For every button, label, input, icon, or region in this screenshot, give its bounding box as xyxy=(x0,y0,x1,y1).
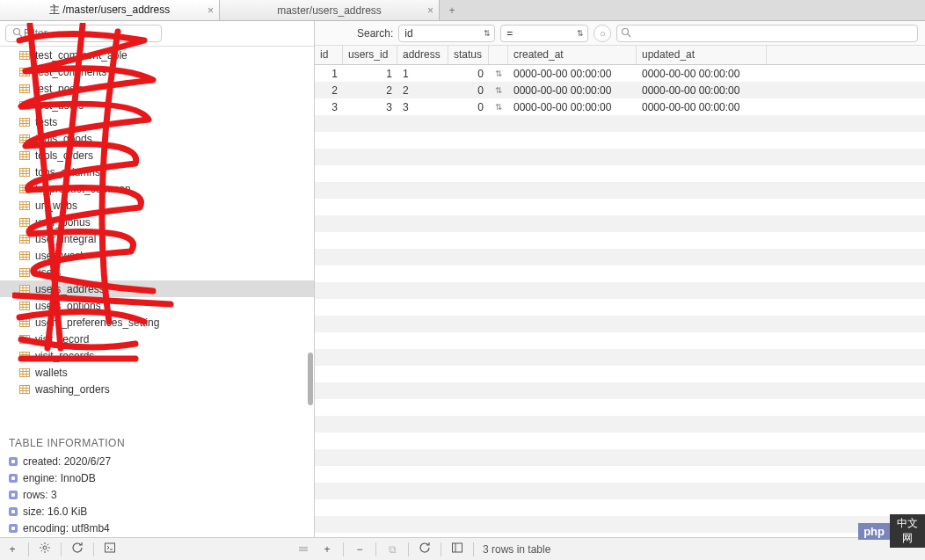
remove-icon[interactable]: − xyxy=(353,543,367,556)
resize-handle-icon[interactable] xyxy=(297,547,310,551)
table-tree[interactable]: test_comment_abletest_commentstest_posts… xyxy=(0,47,314,432)
dot-icon xyxy=(9,457,18,466)
gear-icon[interactable] xyxy=(38,542,52,556)
table-row[interactable] xyxy=(315,449,925,466)
table-item[interactable]: user_bonus xyxy=(0,214,314,230)
col-created-at[interactable]: created_at xyxy=(508,46,637,64)
table-item[interactable]: toos_columns xyxy=(0,164,314,180)
table-row[interactable] xyxy=(315,433,925,449)
sidebar-footer: + xyxy=(0,537,315,560)
close-icon[interactable]: × xyxy=(427,4,433,17)
tab-users-address[interactable]: master/users_address × xyxy=(220,0,440,20)
table-icon xyxy=(19,318,30,327)
table-row[interactable] xyxy=(315,115,925,132)
table-label: test_comment_able xyxy=(35,49,127,62)
console-icon[interactable] xyxy=(103,542,117,556)
table-row[interactable] xyxy=(315,182,925,199)
add-tab-button[interactable]: + xyxy=(440,0,464,20)
table-item[interactable]: users_address xyxy=(0,280,314,297)
refresh-icon[interactable] xyxy=(418,542,432,556)
filter-input[interactable] xyxy=(5,25,162,42)
table-row[interactable] xyxy=(315,149,925,165)
table-item[interactable]: test_comments xyxy=(0,63,314,80)
table-row[interactable] xyxy=(315,466,925,483)
add-icon[interactable]: + xyxy=(320,543,334,556)
svg-point-109 xyxy=(623,28,629,34)
table-row[interactable] xyxy=(315,232,925,249)
table-item[interactable]: users xyxy=(0,264,314,280)
table-item[interactable]: ts_product_common xyxy=(0,180,314,197)
table-row[interactable] xyxy=(315,316,925,332)
table-item[interactable]: wallets xyxy=(0,364,314,381)
table-icon xyxy=(19,201,30,210)
col-sort[interactable] xyxy=(489,46,508,64)
svg-rect-7 xyxy=(20,68,30,76)
table-item[interactable]: users_options xyxy=(0,297,314,314)
table-icon xyxy=(19,335,30,344)
table-row[interactable] xyxy=(315,199,925,215)
close-icon[interactable]: × xyxy=(208,4,214,17)
table-row[interactable] xyxy=(315,249,925,265)
table-row[interactable] xyxy=(315,299,925,316)
table-label: toos_columns xyxy=(35,166,100,178)
table-row[interactable] xyxy=(315,165,925,182)
table-item[interactable]: tools_orders xyxy=(0,147,314,164)
col-status[interactable]: status xyxy=(448,46,489,64)
refresh-icon[interactable] xyxy=(70,542,84,556)
table-row[interactable] xyxy=(315,332,925,349)
table-item[interactable]: test_users xyxy=(0,97,314,113)
table-item[interactable]: url_webs xyxy=(0,197,314,214)
info-text: size: 16.0 KiB xyxy=(23,505,87,518)
table-item[interactable]: test_posts xyxy=(0,80,314,97)
table-row[interactable] xyxy=(315,282,925,299)
table-row[interactable] xyxy=(315,215,925,232)
add-icon[interactable]: + xyxy=(5,543,19,556)
table-row[interactable] xyxy=(315,265,925,282)
table-row[interactable] xyxy=(315,499,925,516)
table-item[interactable]: users_preferences_setting xyxy=(0,314,314,331)
col-id[interactable]: id xyxy=(315,46,343,64)
table-item[interactable]: user_integral xyxy=(0,230,314,247)
table-row[interactable] xyxy=(315,132,925,149)
table-icon xyxy=(19,51,30,60)
table-item[interactable]: tests xyxy=(0,113,314,130)
table-icon xyxy=(19,352,30,360)
col-updated-at[interactable]: updated_at xyxy=(637,46,767,64)
table-row[interactable] xyxy=(315,483,925,499)
table-row[interactable] xyxy=(315,349,925,366)
table-row[interactable] xyxy=(315,516,925,533)
tab-main-users-address[interactable]: 主 /master/users_address × xyxy=(0,0,220,20)
table-row[interactable] xyxy=(315,382,925,399)
panel-icon[interactable] xyxy=(450,542,464,556)
table-row[interactable] xyxy=(315,416,925,433)
table-item[interactable]: tools_goods xyxy=(0,130,314,147)
tab-bar: 主 /master/users_address × master/users_a… xyxy=(0,0,925,21)
table-item[interactable]: user_wash xyxy=(0,247,314,264)
col-address[interactable]: address xyxy=(397,46,448,64)
info-item: encoding: utf8mb4 xyxy=(9,520,305,536)
table-row[interactable] xyxy=(315,366,925,382)
col-users-id[interactable]: users_id xyxy=(343,46,397,64)
table-item[interactable]: visit_records xyxy=(0,347,314,364)
search-field-select[interactable]: id ⇅ xyxy=(398,25,495,42)
grid-header: id users_id address status created_at up… xyxy=(315,46,925,65)
duplicate-icon[interactable]: ⧉ xyxy=(385,543,399,556)
search-input[interactable] xyxy=(616,25,918,42)
scrollbar-thumb[interactable] xyxy=(308,353,313,405)
table-icon xyxy=(19,168,30,177)
table-row[interactable]: 2220⇅0000-00-00 00:00:000000-00-00 00:00… xyxy=(315,82,925,98)
table-item[interactable]: test_comment_able xyxy=(0,47,314,63)
grid-body[interactable]: 1110⇅0000-00-00 00:00:000000-00-00 00:00… xyxy=(315,65,925,560)
table-label: test_comments xyxy=(35,66,106,78)
clear-search-button[interactable]: ○ xyxy=(594,25,611,42)
table-label: washing_orders xyxy=(35,383,110,396)
table-row[interactable] xyxy=(315,399,925,416)
table-row[interactable]: 1110⇅0000-00-00 00:00:000000-00-00 00:00… xyxy=(315,65,925,82)
search-operator-select[interactable]: = ⇅ xyxy=(500,25,588,42)
updown-icon: ⇅ xyxy=(577,29,584,38)
table-item[interactable]: visit_record xyxy=(0,331,314,347)
content-footer: + − ⧉ 3 rows in table xyxy=(315,537,925,560)
table-row[interactable]: 3330⇅0000-00-00 00:00:000000-00-00 00:00… xyxy=(315,98,925,115)
table-item[interactable]: washing_orders xyxy=(0,381,314,397)
table-label: test_posts xyxy=(35,83,84,95)
